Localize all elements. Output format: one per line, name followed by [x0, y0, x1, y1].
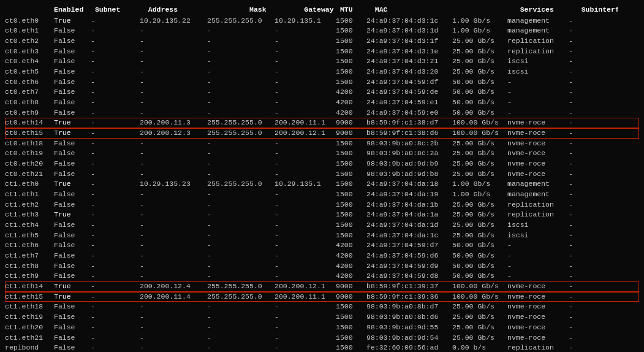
cell-speed: 50.00 Gb/s: [452, 240, 507, 251]
cell-mask: -: [207, 189, 275, 200]
cell-enabled: False: [54, 169, 91, 180]
cell-subif: -: [569, 67, 618, 77]
cell-address: 200.200.12.3: [140, 128, 207, 139]
cell-subif: -: [569, 108, 618, 118]
cell-address: -: [140, 333, 207, 343]
cell-subif: -: [569, 240, 618, 251]
cell-mac: 24:a9:37:04:d3:1e: [366, 47, 452, 57]
cell-subnet: -: [91, 240, 140, 251]
cell-iface: ct1.eth21: [5, 333, 54, 343]
cell-mac: 24:a9:37:04:da:18: [366, 179, 452, 189]
cell-mtu: 9000: [336, 118, 366, 128]
cell-mask: -: [207, 169, 275, 180]
cell-subnet: -: [91, 179, 140, 189]
cell-enabled: False: [54, 139, 91, 149]
cell-gateway: -: [275, 108, 336, 118]
cell-mac: 24:a9:37:04:d3:1d: [366, 26, 452, 36]
cell-mtu: 1500: [336, 169, 366, 180]
cell-mtu: 1500: [336, 200, 366, 210]
cell-services: replication: [507, 47, 569, 57]
table-row: ct1.eth9 False - - - - 4200 24:a9:37:04:…: [5, 271, 639, 281]
cell-services: -: [507, 77, 569, 88]
cell-gateway: -: [275, 220, 336, 231]
table-row: ct1.eth7 False - - - - 4200 24:a9:37:04:…: [5, 251, 639, 261]
cell-mtu: 1500: [336, 333, 366, 343]
cell-speed: 25.00 Gb/s: [452, 36, 507, 47]
cell-address: -: [140, 240, 207, 251]
cell-address: -: [140, 210, 207, 220]
cell-services: -: [507, 251, 569, 261]
cell-mac: 24:a9:37:04:59:de: [366, 87, 452, 98]
cell-mask: -: [207, 159, 275, 169]
cell-subif: -: [569, 128, 618, 139]
table-row: ct1.eth21 False - - - - 1500 98:03:9b:ad…: [5, 333, 639, 343]
cell-services: replication: [507, 343, 569, 352]
table-row: ct0.eth0 True - 10.29.135.22 255.255.255…: [5, 16, 639, 26]
cell-address: -: [140, 36, 207, 47]
cell-subif: -: [569, 302, 618, 312]
cell-address: -: [140, 56, 207, 67]
cell-mtu: 4200: [336, 240, 366, 251]
cell-iface: ct1.eth19: [5, 312, 54, 323]
cell-subif: -: [569, 87, 618, 98]
cell-services: nvme-roce: [507, 323, 569, 333]
cell-mac: 98:03:9b:a0:8c:2b: [366, 139, 452, 149]
cell-subif: -: [569, 36, 618, 47]
cell-address: -: [140, 220, 207, 231]
cell-enabled: False: [54, 56, 91, 67]
cell-subnet: -: [91, 108, 140, 118]
cell-subif: -: [569, 16, 618, 26]
cell-enabled: False: [54, 189, 91, 200]
table-row: ct1.eth20 False - - - - 1500 98:03:9b:ad…: [5, 323, 639, 333]
cell-speed: 25.00 Gb/s: [452, 159, 507, 169]
cell-mac: 24:a9:37:04:da:1b: [366, 200, 452, 210]
cell-mtu: 1500: [336, 323, 366, 333]
cell-mask: -: [207, 98, 275, 108]
cell-mask: -: [207, 139, 275, 149]
cell-gateway: -: [275, 159, 336, 169]
cell-gateway: -: [275, 323, 336, 333]
cell-services: replication: [507, 36, 569, 47]
table-row: ct1.eth1 False - - - - 1500 24:a9:37:04:…: [5, 189, 639, 200]
cell-address: -: [140, 169, 207, 180]
table-row: ct0.eth5 False - - - - 1500 24:a9:37:04:…: [5, 67, 639, 77]
cell-subnet: -: [91, 36, 140, 47]
table-row: ct1.eth18 False - - - - 1500 98:03:9b:a0…: [5, 302, 639, 312]
cell-iface: replbond: [5, 343, 54, 352]
cell-mask: 255.255.255.0: [207, 128, 275, 139]
col-header-mac: MAC: [366, 5, 452, 15]
cell-gateway: 10.29.135.1: [275, 179, 336, 189]
cell-speed: 50.00 Gb/s: [452, 108, 507, 118]
terminal: Enabled Subnet Address Mask Gateway MTU …: [0, 0, 644, 352]
cell-services: management: [507, 189, 569, 200]
table-row: ct0.eth20 False - - - - 1500 98:03:9b:ad…: [5, 159, 639, 169]
cell-mac: b8:59:9f:c1:39:37: [366, 281, 452, 292]
cell-mac: 98:03:9b:ad:9d:b8: [366, 169, 452, 180]
cell-mtu: 1500: [336, 56, 366, 67]
cell-subnet: -: [91, 271, 140, 281]
cell-subif: -: [569, 251, 618, 261]
cell-subif: -: [569, 118, 618, 128]
cell-speed: 25.00 Gb/s: [452, 67, 507, 77]
table-row: ct0.eth18 False - - - - 1500 98:03:9b:a0…: [5, 139, 639, 149]
cell-mac: 24:a9:37:04:da:1c: [366, 231, 452, 241]
cell-iface: ct1.eth4: [5, 220, 54, 231]
cell-mtu: 4200: [336, 251, 366, 261]
cell-speed: 50.00 Gb/s: [452, 77, 507, 88]
cell-subnet: -: [91, 56, 140, 67]
cell-services: nvme-roce: [507, 302, 569, 312]
cell-mask: -: [207, 67, 275, 77]
cell-subnet: -: [91, 169, 140, 180]
cell-gateway: -: [275, 67, 336, 77]
cell-gateway: -: [275, 148, 336, 159]
cell-speed: 25.00 Gb/s: [452, 220, 507, 231]
col-header-speed: Speed: [452, 5, 507, 15]
cell-mtu: 1500: [336, 67, 366, 77]
cell-address: -: [140, 323, 207, 333]
cell-mtu: 4200: [336, 271, 366, 281]
cell-enabled: False: [54, 333, 91, 343]
cell-mtu: 4200: [336, 87, 366, 98]
table-row: ct1.eth19 False - - - - 1500 98:03:9b:a0…: [5, 312, 639, 323]
cell-enabled: True: [54, 128, 91, 139]
cell-mask: -: [207, 312, 275, 323]
